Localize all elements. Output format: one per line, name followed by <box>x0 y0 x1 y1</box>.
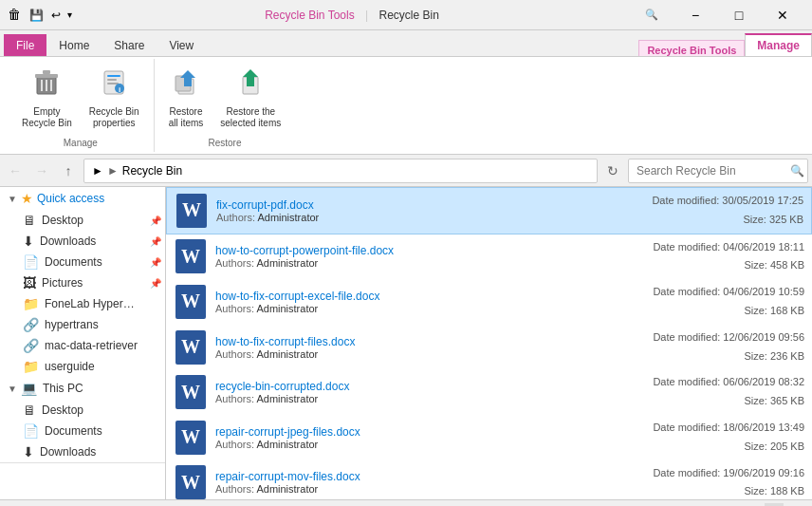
word-doc-icon <box>175 239 206 273</box>
word-doc-icon <box>176 194 207 228</box>
restore-selected-icon <box>235 67 266 104</box>
tab-manage[interactable]: Manage <box>745 33 812 56</box>
file-icon <box>174 421 208 455</box>
file-size: Size: 236 KB <box>653 347 804 366</box>
word-doc-icon <box>175 421 206 455</box>
window-title: Recycle Bin Tools | Recycle Bin <box>74 9 630 22</box>
file-date: Date modified: 19/06/2019 09:16 <box>653 464 804 483</box>
file-icon <box>174 330 208 365</box>
sidebar-item-pc-downloads[interactable]: ⬇ Downloads <box>0 441 165 463</box>
hypertrans-icon: 🔗 <box>23 317 39 332</box>
maximize-button[interactable]: □ <box>717 0 761 30</box>
main-area: ▼ ★ Quick access 🖥 Desktop 📌 ⬇ Downloads… <box>0 187 812 499</box>
file-name: how-to-corrupt-powerpoint-file.docx <box>215 244 653 257</box>
tab-home[interactable]: Home <box>46 34 102 56</box>
sidebar-item-documents[interactable]: 📄 Documents 📌 <box>0 252 165 272</box>
file-name: fix-corrupt-pdf.docx <box>216 198 652 212</box>
pictures-icon: 🖼 <box>23 275 36 290</box>
qs-undo-btn[interactable]: ↩ <box>48 7 64 24</box>
file-date: Date modified: 06/06/2019 08:32 <box>653 373 804 392</box>
file-meta: Date modified: 12/06/2019 09:56 Size: 23… <box>653 328 804 366</box>
recycle-bin-properties-button[interactable]: i Recycle Binproperties <box>83 63 146 134</box>
sidebar-item-downloads[interactable]: ⬇ Downloads 📌 <box>0 231 165 252</box>
view-list-button[interactable] <box>765 503 784 507</box>
forward-button[interactable]: → <box>30 159 53 182</box>
sidebar-item-hypertrans-label: hypertrans <box>45 318 99 331</box>
sidebar-item-mac-data[interactable]: 🔗 mac-data-retriever <box>0 335 165 356</box>
address-path[interactable]: ► ► Recycle Bin <box>83 159 598 183</box>
search-bar-expand[interactable]: 🔍 <box>630 0 674 30</box>
file-meta: Date modified: 06/06/2019 08:32 Size: 36… <box>653 373 804 411</box>
empty-btn-label: EmptyRecycle Bin <box>22 106 72 129</box>
this-pc-icon: 💻 <box>21 381 37 396</box>
file-size: Size: 168 KB <box>653 302 804 321</box>
file-item[interactable]: fix-corrupt-pdf.docx Authors: Administra… <box>166 187 812 234</box>
close-button[interactable]: ✕ <box>761 0 804 30</box>
window-title-text: Recycle Bin <box>378 9 438 22</box>
tab-view[interactable]: View <box>157 34 206 56</box>
ribbon-tab-bar: File Home Share View Recycle Bin Tools M… <box>0 30 812 57</box>
refresh-button[interactable]: ↻ <box>601 159 624 182</box>
this-pc-header[interactable]: ▼ 💻 This PC <box>0 377 165 400</box>
up-button[interactable]: ↑ <box>57 159 80 182</box>
file-author: Authors: Administrator <box>215 348 653 360</box>
context-tab-title: Recycle Bin Tools <box>265 9 355 22</box>
svg-rect-2 <box>43 70 50 74</box>
sidebar-item-userguide[interactable]: 📁 userguide <box>0 356 165 377</box>
file-author: Authors: Administrator <box>216 212 652 223</box>
file-icon <box>174 285 208 319</box>
sidebar-item-hypertrans[interactable]: 🔗 hypertrans <box>0 314 165 335</box>
restore-selected-button[interactable]: Restore theselected items <box>213 63 287 134</box>
file-item[interactable]: how-to-fix-corrupt-files.docx Authors: A… <box>166 325 812 370</box>
manage-group-label: Manage <box>15 134 146 148</box>
file-meta: Date modified: 19/06/2019 09:16 Size: 18… <box>653 464 804 499</box>
view-small-button[interactable] <box>785 503 804 507</box>
file-details: repair-corrupt-jpeg-files.docx Authors: … <box>215 425 653 450</box>
search-submit-button[interactable]: 🔍 <box>786 159 807 183</box>
file-details: repair-corrupt-mov-files.docx Authors: A… <box>215 470 653 495</box>
status-bar: 450 items 1 item selected 325 KB <box>0 499 812 506</box>
file-date: Date modified: 18/06/2019 13:49 <box>653 419 804 438</box>
sidebar-item-pictures[interactable]: 🖼 Pictures 📌 <box>0 272 165 293</box>
sidebar-item-desktop[interactable]: 🖥 Desktop 📌 <box>0 210 165 231</box>
search-box[interactable]: 🔍 <box>628 159 808 183</box>
restore-all-icon <box>171 67 201 104</box>
empty-recycle-bin-button[interactable]: EmptyRecycle Bin <box>15 63 79 134</box>
back-button[interactable]: ← <box>4 159 27 182</box>
restore-group-label: Restore <box>162 134 288 148</box>
file-meta: Date modified: 30/05/2019 17:25 Size: 32… <box>652 192 803 230</box>
file-icon <box>175 194 209 228</box>
tab-file[interactable]: File <box>4 34 46 56</box>
svg-rect-7 <box>107 75 120 77</box>
quick-access-header[interactable]: ▼ ★ Quick access <box>0 187 165 210</box>
sidebar-item-fonelab[interactable]: 📁 FoneLab HyperTrans... <box>0 293 165 314</box>
search-input[interactable] <box>629 164 786 178</box>
pin-icon-4: 📌 <box>150 278 161 289</box>
tab-share[interactable]: Share <box>102 34 157 56</box>
view-grid-button[interactable] <box>744 503 763 507</box>
star-icon: ★ <box>21 191 33 206</box>
file-item[interactable]: repair-corrupt-jpeg-files.docx Authors: … <box>166 415 812 460</box>
pc-documents-icon: 📄 <box>23 423 39 439</box>
minimize-button[interactable]: − <box>674 0 717 30</box>
sidebar-item-downloads-label: Downloads <box>40 234 96 248</box>
quick-access-label: Quick access <box>37 192 104 205</box>
sidebar-item-fonelab-label: FoneLab HyperTrans... <box>45 297 139 310</box>
file-item[interactable]: recycle-bin-corrupted.docx Authors: Admi… <box>166 369 812 415</box>
title-bar: 🗑 💾 ↩ ▾ Recycle Bin Tools | Recycle Bin … <box>0 0 812 30</box>
file-date: Date modified: 30/05/2019 17:25 <box>652 192 803 211</box>
qs-save-btn[interactable]: 💾 <box>27 7 46 24</box>
restore-all-items-button[interactable]: Restoreall items <box>162 63 211 134</box>
sidebar: ▼ ★ Quick access 🖥 Desktop 📌 ⬇ Downloads… <box>0 187 166 499</box>
file-item[interactable]: how-to-corrupt-powerpoint-file.docx Auth… <box>166 234 812 280</box>
sidebar-item-pc-documents[interactable]: 📄 Documents <box>0 421 165 441</box>
file-item[interactable]: how-to-fix-corrupt-excel-file.docx Autho… <box>166 279 812 325</box>
sidebar-item-pc-desktop[interactable]: 🖥 Desktop <box>0 400 165 421</box>
file-details: recycle-bin-corrupted.docx Authors: Admi… <box>215 380 653 404</box>
qs-dropdown-btn[interactable]: ▾ <box>65 7 74 24</box>
file-item[interactable]: repair-corrupt-mov-files.docx Authors: A… <box>166 460 812 499</box>
file-details: how-to-fix-corrupt-files.docx Authors: A… <box>215 335 653 360</box>
address-path-text: Recycle Bin <box>122 164 182 178</box>
quick-access-toolbar: 🗑 💾 ↩ ▾ <box>8 7 74 24</box>
ribbon-group-restore: Restoreall items Restore theselected ite… <box>155 59 296 152</box>
